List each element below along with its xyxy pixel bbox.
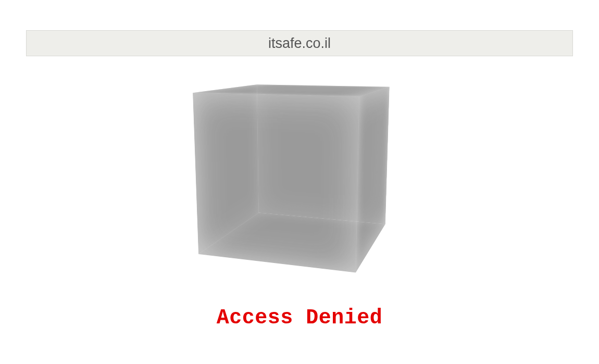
cube-icon xyxy=(229,88,376,245)
cube-face-front xyxy=(193,93,359,272)
header-domain-text: itsafe.co.il xyxy=(268,35,331,52)
access-denied-message: Access Denied xyxy=(0,306,599,330)
cube-face-right xyxy=(356,87,390,273)
cube-container xyxy=(211,77,388,254)
header-bar: itsafe.co.il xyxy=(26,30,573,56)
